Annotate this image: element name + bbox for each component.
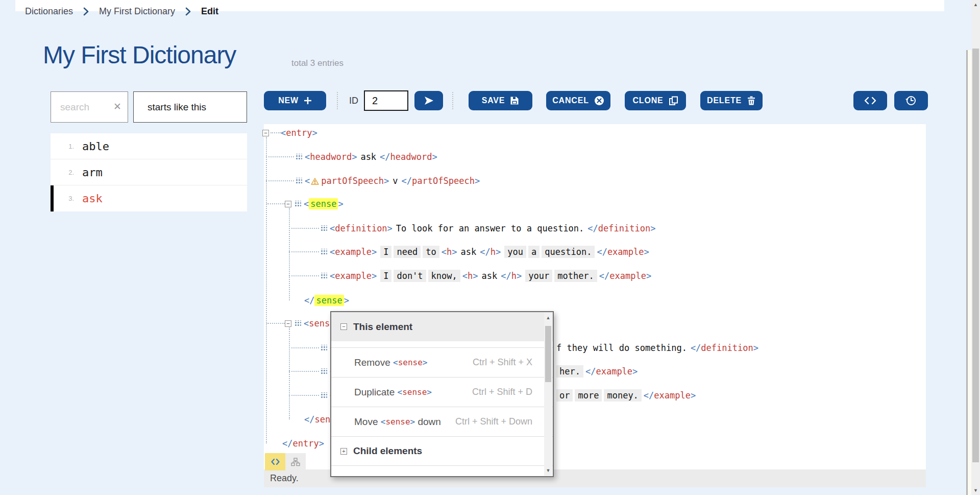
xml-text-chunk[interactable]: or [556, 389, 573, 402]
xml-text-node[interactable]: v [393, 176, 398, 186]
copy-icon [669, 96, 678, 106]
xml-text-chunk[interactable]: more [575, 389, 602, 402]
xml-opening-tag-partOfSpeech[interactable]: <partOfSpeech> [305, 176, 389, 186]
cancel-button[interactable]: CANCEL [546, 91, 610, 110]
xml-opening-tag-h[interactable]: <h> [462, 271, 478, 281]
xml-opening-tag-h[interactable]: <h> [442, 247, 457, 257]
menu-section-child-elements[interactable]: + Child elements [331, 436, 553, 465]
menu-section-this-element[interactable]: − This element [331, 312, 553, 341]
xml-text-chunk[interactable]: don't [394, 270, 426, 282]
xml-text-chunk[interactable]: to [423, 246, 439, 258]
xml-line: <definition>To look for an answer to a q… [289, 222, 659, 234]
menu-scrollbar[interactable]: ▲ ▼ [544, 313, 552, 476]
xml-text-node[interactable]: ask [482, 271, 498, 281]
collapse-icon[interactable]: − [285, 320, 291, 327]
xml-text-node[interactable]: ask [360, 152, 376, 162]
xml-text-chunk[interactable]: a [528, 246, 540, 258]
xml-closing-tag-h[interactable]: </h> [501, 271, 522, 281]
xml-closing-tag-entry[interactable]: </entry> [282, 438, 324, 449]
xml-text-chunk[interactable]: need [394, 246, 421, 258]
drag-handle-icon[interactable] [294, 320, 301, 327]
xml-text-chunk[interactable]: know, [428, 270, 460, 282]
tree-connector [289, 275, 319, 276]
xml-closing-tag-definition[interactable]: </definition> [587, 223, 655, 233]
xml-closing-tag-partOfSpeech[interactable]: </partOfSpeech> [402, 176, 480, 186]
collapse-icon[interactable]: − [285, 201, 291, 207]
menu-scrollbar-thumb[interactable] [545, 326, 551, 382]
delete-button[interactable]: DELETE [700, 91, 763, 110]
warning-triangle-icon[interactable] [311, 176, 319, 186]
source-code-button[interactable] [853, 91, 887, 110]
drag-handle-icon[interactable] [320, 345, 327, 351]
expand-icon[interactable]: + [340, 448, 347, 455]
xml-closing-tag-headword[interactable]: </headword> [380, 152, 437, 162]
clear-search-icon[interactable]: ✕ [113, 101, 121, 112]
xml-closing-tag-example[interactable]: </example> [599, 271, 651, 281]
drag-handle-icon[interactable] [320, 368, 327, 375]
xml-text-chunk[interactable]: her. [556, 365, 583, 378]
search-input[interactable] [60, 92, 111, 122]
xml-opening-tag-example[interactable]: <example> [330, 271, 377, 281]
xml-closing-tag-h[interactable]: </h> [480, 247, 501, 257]
history-button[interactable] [894, 91, 928, 110]
menu-item-label: Duplicate <sense> [354, 387, 432, 398]
menu-item-movedown[interactable]: Move <sense> downCtrl + Shift + Down [331, 407, 553, 436]
xml-opening-tag-headword[interactable]: <headword> [305, 152, 357, 162]
drag-handle-icon[interactable] [320, 392, 327, 399]
xml-text-chunk[interactable]: mother. [554, 270, 597, 282]
xml-opening-tag-definition[interactable]: <definition> [330, 223, 393, 233]
scroll-up-icon[interactable]: ▲ [971, 2, 980, 7]
page-scrollbar-thumb[interactable] [972, 49, 979, 462]
breadcrumb-dictionaries[interactable]: Dictionaries [25, 6, 73, 17]
scroll-down-icon[interactable]: ▼ [544, 468, 552, 473]
xml-text-node[interactable]: To look for an answer to a question. [396, 223, 584, 233]
xml-opening-tag-example[interactable]: <example> [330, 247, 377, 257]
drag-handle-icon[interactable] [320, 225, 327, 232]
collapse-icon[interactable]: − [340, 323, 347, 330]
go-to-id-button[interactable] [414, 91, 443, 110]
entry-list-item-ask[interactable]: 3.ask [51, 185, 247, 211]
entry-list-item-arm[interactable]: 2.arm [51, 159, 247, 185]
scroll-down-icon[interactable]: ▼ [971, 488, 980, 493]
entry-headword: arm [82, 166, 103, 179]
xml-closing-tag-example[interactable]: </example> [597, 247, 649, 257]
clone-button[interactable]: CLONE [625, 91, 686, 110]
drag-handle-icon[interactable] [295, 178, 302, 184]
new-entry-button[interactable]: NEW [264, 91, 326, 110]
menu-item-shortcut: Ctrl + Shift + X [473, 357, 532, 368]
xml-text-node[interactable]: ask [461, 247, 477, 257]
scroll-up-icon[interactable]: ▲ [544, 315, 552, 320]
menu-item-duplicate[interactable]: Duplicate <sense>Ctrl + Shift + D [331, 377, 553, 407]
xml-line: −<sense> [266, 198, 347, 210]
xml-text-chunk[interactable]: I [380, 246, 391, 258]
xml-text-node[interactable]: f they will do something. [556, 343, 687, 353]
xml-opening-tag-entry[interactable]: <entry> [281, 128, 317, 138]
entry-list-item-able[interactable]: 1.able [51, 133, 247, 159]
drag-handle-icon[interactable] [294, 201, 301, 207]
drag-handle-icon[interactable] [320, 249, 327, 255]
save-button[interactable]: SAVE [469, 91, 532, 110]
id-input[interactable] [364, 90, 408, 111]
xml-text-chunk[interactable]: your [525, 270, 552, 282]
xml-closing-tag-sense[interactable]: </sense> [304, 295, 349, 305]
xml-text-chunk[interactable]: I [380, 270, 391, 282]
xml-closing-tag-example[interactable]: </example> [644, 390, 696, 400]
xml-text-chunk[interactable]: money. [604, 389, 641, 402]
tree-structure-icon [291, 458, 300, 466]
drag-handle-icon[interactable] [320, 273, 327, 279]
collapse-icon[interactable]: − [262, 130, 269, 136]
xml-text-chunk[interactable]: question. [542, 246, 595, 258]
breadcrumb-dictionary[interactable]: My First Dictionary [99, 6, 175, 17]
toggle-nerd-view-button[interactable] [265, 453, 285, 470]
drag-handle-icon[interactable] [295, 154, 302, 160]
page-scrollbar[interactable]: ▲ ▼ [971, 0, 980, 495]
right-pane-edge [966, 50, 971, 495]
xml-text-chunk[interactable]: you [504, 246, 526, 258]
xml-opening-tag-sense[interactable]: <sense> [304, 199, 344, 209]
toggle-laic-view-button[interactable] [285, 453, 306, 470]
tree-connector [289, 228, 319, 229]
menu-item-remove[interactable]: Remove <sense>Ctrl + Shift + X [331, 347, 553, 377]
search-mode-select[interactable]: starts like this [133, 91, 247, 123]
xml-closing-tag-example[interactable]: </example> [585, 366, 638, 376]
xml-closing-tag-definition[interactable]: </definition> [691, 343, 758, 353]
